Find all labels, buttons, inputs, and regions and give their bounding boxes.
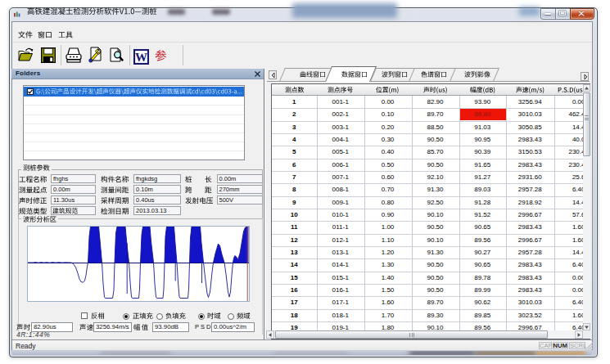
svg-text:W: W [135, 51, 147, 64]
